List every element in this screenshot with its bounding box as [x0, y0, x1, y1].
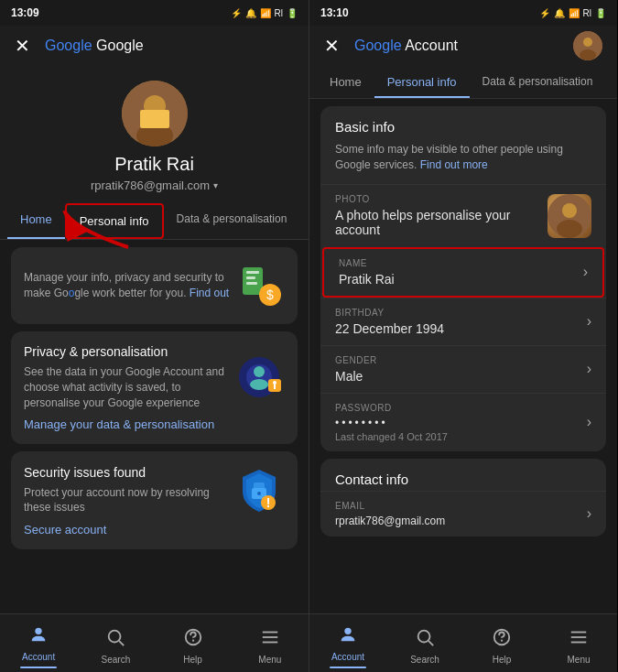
nav-menu-label-left: Menu: [258, 655, 281, 665]
status-time-right: 13:10: [320, 6, 349, 19]
menu-nav-icon-left: [260, 627, 280, 652]
tab-data-right[interactable]: Data & personalisation: [470, 66, 606, 98]
svg-point-24: [109, 631, 121, 643]
photo-label: PHOTO: [335, 194, 548, 204]
svg-point-38: [418, 631, 430, 643]
photo-desc: A photo helps personalise your account: [335, 208, 548, 237]
privacy-card-row: Privacy & personalisation See the data i…: [24, 344, 285, 410]
nav-account-right[interactable]: Account: [309, 619, 386, 668]
privacy-link[interactable]: Manage your data & personalisation: [24, 410, 285, 431]
nav-help-right[interactable]: Help: [463, 622, 540, 665]
bottom-nav-right: Account Search Help: [309, 613, 617, 672]
avatar-image: [122, 81, 188, 146]
tab-home-left[interactable]: Home: [7, 203, 65, 239]
nav-search-label-left: Search: [102, 655, 131, 665]
nav-menu-label-right: Menu: [567, 655, 590, 665]
nav-underline-right: [330, 667, 366, 668]
svg-rect-3: [140, 110, 169, 128]
tab-data-left[interactable]: Data & personalisation: [164, 203, 300, 239]
password-row[interactable]: PASSWORD •••••••• Last changed 4 Oct 201…: [320, 393, 606, 451]
tab-home-right[interactable]: Home: [317, 66, 374, 98]
profile-email-row[interactable]: rpratik786@gmail.com ▾: [91, 179, 218, 192]
google-brand-right: Google: [354, 38, 402, 53]
security-desc: Protect your account now by resolving th…: [24, 485, 233, 516]
right-phone: 13:10 ⚡ 🔔 📶 Rl 🔋 ✕ Google Account Home: [309, 0, 617, 672]
status-bar-right: 13:10 ⚡ 🔔 📶 Rl 🔋: [309, 0, 617, 26]
status-icons-left: ⚡ 🔔 📶 Rl 🔋: [231, 8, 298, 18]
gender-label: GENDER: [335, 355, 587, 365]
basic-info-desc: Some info may be visible to other people…: [320, 138, 606, 184]
bottom-nav-left: Account Search Help: [0, 613, 309, 672]
svg-text:!: !: [266, 495, 271, 510]
find-out-more-link[interactable]: Find out more: [420, 158, 488, 171]
nav-search-right[interactable]: Search: [386, 622, 463, 665]
manage-desc: Manage your info, privacy and security t…: [24, 270, 233, 301]
account-nav-icon-right: [338, 624, 358, 649]
nav-account-left[interactable]: Account: [0, 619, 77, 668]
gender-info: GENDER Male: [335, 355, 587, 384]
search-nav-icon-left: [105, 627, 125, 652]
nav-help-label-right: Help: [493, 655, 512, 665]
security-card-row: Security issues found Protect your accou…: [24, 464, 285, 515]
svg-point-33: [580, 49, 596, 60]
birthday-label: BIRTHDAY: [335, 308, 587, 318]
gender-row[interactable]: GENDER Male ›: [320, 345, 606, 393]
password-label: PASSWORD: [335, 403, 587, 413]
tabs-right: Home Personal info Data & personalisatio…: [309, 66, 617, 99]
security-link[interactable]: Secure account: [24, 515, 285, 537]
password-info: PASSWORD •••••••• Last changed 4 Oct 201…: [335, 403, 587, 442]
birthday-info: BIRTHDAY 22 December 1994: [335, 308, 587, 336]
menu-nav-icon-right: [569, 627, 589, 652]
svg-point-20: [257, 492, 261, 495]
svg-point-35: [562, 203, 577, 218]
nav-account-label-left: Account: [22, 652, 55, 662]
right-content: Basic info Some info may be visible to o…: [309, 99, 617, 613]
status-time-left: 13:09: [11, 6, 39, 19]
manage-info-row: Manage your info, privacy and security t…: [24, 260, 285, 311]
gender-chevron-icon: ›: [587, 361, 591, 377]
security-title: Security issues found: [24, 465, 233, 480]
name-label: NAME: [339, 258, 583, 268]
profile-avatar[interactable]: [122, 81, 188, 146]
notification-icon-right: 🔔: [554, 8, 565, 18]
close-button-right[interactable]: ✕: [324, 35, 340, 57]
manage-icon: $: [233, 260, 285, 311]
birthday-value: 22 December 1994: [335, 321, 587, 336]
tab-personal-info-right[interactable]: Personal info: [374, 66, 470, 98]
svg-point-16: [273, 381, 276, 385]
password-chevron-icon: ›: [587, 414, 591, 430]
status-bar-left: 13:09 ⚡ 🔔 📶 Rl 🔋: [0, 0, 309, 26]
nav-help-left[interactable]: Help: [155, 622, 232, 665]
password-changed: Last changed 4 Oct 2017: [335, 431, 587, 442]
nav-menu-left[interactable]: Menu: [232, 622, 309, 665]
email-label: EMAIL: [335, 501, 587, 511]
privacy-desc: See the data in your Google Account and …: [24, 364, 233, 410]
birthday-row[interactable]: BIRTHDAY 22 December 1994 ›: [320, 298, 606, 345]
privacy-card[interactable]: Privacy & personalisation See the data i…: [11, 331, 298, 444]
svg-rect-7: [246, 282, 257, 285]
photo-row[interactable]: PHOTO A photo helps personalise your acc…: [320, 184, 606, 247]
security-card[interactable]: Security issues found Protect your accou…: [11, 451, 298, 549]
top-bar-right: ✕ Google Account: [309, 26, 617, 66]
bluetooth-icon: ⚡: [231, 8, 242, 18]
battery-icon-right: 🔋: [595, 8, 606, 18]
signal-icon: Rl: [275, 8, 283, 18]
svg-point-36: [557, 220, 582, 238]
profile-section: Pratik Rai rpratik786@gmail.com ▾: [0, 66, 309, 203]
password-value: ••••••••: [335, 417, 587, 429]
svg-point-37: [344, 627, 351, 634]
left-phone: 13:09 ⚡ 🔔 📶 Rl 🔋 ✕ Google Google: [0, 0, 309, 672]
svg-rect-5: [246, 271, 259, 274]
bottom-spacer-left: [0, 557, 309, 575]
manage-info-card: Manage your info, privacy and security t…: [11, 247, 298, 324]
nav-menu-right[interactable]: Menu: [540, 622, 617, 665]
close-button-left[interactable]: ✕: [15, 35, 30, 57]
email-row[interactable]: EMAIL rpratik786@gmail.com ›: [320, 491, 606, 537]
profile-email: rpratik786@gmail.com: [91, 179, 210, 192]
tab-personal-info-left[interactable]: Personal info: [65, 203, 164, 239]
name-row[interactable]: NAME Pratik Rai ›: [322, 247, 604, 298]
svg-point-27: [192, 640, 193, 641]
notification-icon: 🔔: [245, 8, 256, 18]
nav-search-left[interactable]: Search: [77, 622, 154, 665]
top-bar-avatar-right[interactable]: [573, 31, 602, 60]
